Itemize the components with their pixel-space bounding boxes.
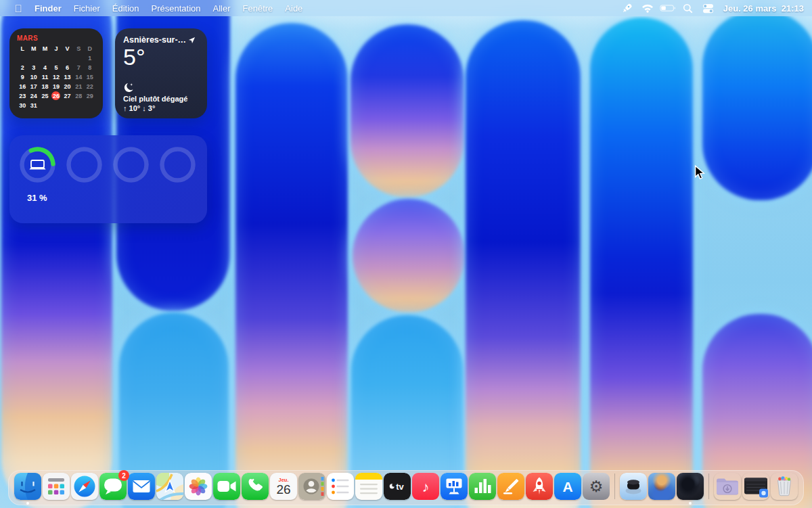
- calendar-day: 10: [28, 72, 40, 81]
- dock-calendar[interactable]: Jeu.26: [270, 473, 297, 500]
- notification-badge: 2: [118, 470, 129, 481]
- clock-time: 21:13: [782, 3, 804, 14]
- dock-contacts[interactable]: [298, 473, 325, 500]
- calendar-day: 25: [39, 91, 51, 100]
- app-menus: FinderFichierÉditionPrésentationAllerFen…: [28, 3, 309, 14]
- calendar-day: 30: [17, 101, 28, 110]
- calendar-day: 3: [28, 63, 40, 72]
- menu-aller[interactable]: Aller: [207, 3, 237, 14]
- calendar-day: [17, 53, 28, 62]
- dock-app-store[interactable]: A: [554, 473, 581, 500]
- apple-menu-icon[interactable]: : [8, 3, 28, 14]
- dock-music[interactable]: ♪: [412, 473, 439, 500]
- spotlight-icon[interactable]: [680, 2, 696, 14]
- dock-tv[interactable]: tv: [384, 473, 411, 500]
- menu-finder[interactable]: Finder: [28, 3, 68, 14]
- calendar-day: 9: [17, 72, 28, 81]
- calendar-day: 29: [84, 91, 95, 100]
- svg-text:tv: tv: [396, 482, 404, 492]
- calendar-day: [73, 101, 85, 110]
- battery-ring-empty: [66, 146, 103, 183]
- calendar-day: 4: [39, 63, 51, 72]
- menu-bar-left:  FinderFichierÉditionPrésentationAllerF…: [0, 3, 309, 14]
- wallpaper-capsule: [702, 9, 812, 200]
- calendar-day: 17: [28, 82, 40, 91]
- dock-numbers[interactable]: [469, 473, 496, 500]
- calendar-day-header: D: [84, 44, 95, 53]
- dock-launchpad[interactable]: [43, 473, 70, 500]
- menu-bar:  FinderFichierÉditionPrésentationAllerF…: [0, 0, 812, 16]
- dock-pages[interactable]: [497, 473, 524, 500]
- dock-facetime[interactable]: [213, 473, 240, 500]
- menu-édition[interactable]: Édition: [106, 3, 145, 14]
- dock-trash[interactable]: [771, 473, 798, 500]
- moon-icon: [123, 83, 134, 93]
- dock-maps[interactable]: [156, 473, 183, 500]
- dock-settings[interactable]: ⚙: [583, 473, 610, 500]
- dock: 2Jeu.26tv♪A⚙: [8, 470, 804, 505]
- dock-game-colorful[interactable]: [648, 473, 675, 500]
- menu-fenêtre[interactable]: Fenêtre: [237, 3, 279, 14]
- calendar-day: 14: [73, 72, 85, 81]
- weather-widget[interactable]: Asnières-sur-… 5° Ciel plutôt dégagé ↑ 1…: [115, 28, 207, 118]
- running-indicator: [689, 502, 692, 505]
- calendar-day-header: M: [39, 44, 51, 53]
- menu-bar-right: Jeu. 26 mars 21:13: [619, 2, 812, 14]
- calendar-day: 18: [39, 82, 51, 91]
- calendar-day: 24: [28, 91, 40, 100]
- battery-icon[interactable]: [660, 2, 676, 14]
- menu-bar-clock[interactable]: Jeu. 26 mars 21:13: [723, 3, 804, 14]
- dock-finder[interactable]: [14, 473, 41, 500]
- weather-condition: Ciel plutôt dégagé: [123, 95, 199, 103]
- calendar-month-label: MARS: [17, 34, 95, 42]
- dock-divider: [708, 474, 709, 499]
- calendar-day: 27: [62, 91, 73, 100]
- battery-ring-empty: [159, 146, 196, 183]
- dock-rocket-app[interactable]: [526, 473, 553, 500]
- calendar-day: 22: [84, 82, 95, 91]
- wallpaper-capsule: [466, 20, 581, 508]
- dock-reminders[interactable]: [327, 473, 354, 500]
- dock-safari[interactable]: [71, 473, 98, 500]
- calendar-day-header: L: [17, 44, 28, 53]
- dock-messages[interactable]: 2: [99, 473, 127, 500]
- menu-aide[interactable]: Aide: [279, 3, 309, 14]
- calendar-day: 12: [51, 72, 62, 81]
- calendar-day: 21: [73, 82, 85, 91]
- batteries-widget[interactable]: 31 %: [9, 135, 207, 223]
- battery-ring-empty: [112, 146, 150, 183]
- dock-mail[interactable]: [128, 473, 155, 500]
- menu-fichier[interactable]: Fichier: [68, 3, 106, 14]
- wifi-icon[interactable]: [639, 2, 656, 14]
- wallpaper-capsule: [351, 24, 464, 198]
- dock-photos[interactable]: [185, 473, 212, 500]
- calendar-day: 8: [84, 63, 95, 72]
- calendar-day: 31: [28, 101, 40, 110]
- calendar-widget[interactable]: MARS LMMJVSD1234567891011121314151617181…: [9, 28, 103, 118]
- dock-game-dark[interactable]: [677, 473, 704, 500]
- calendar-day: 11: [39, 72, 51, 81]
- calendar-day: 26: [51, 91, 62, 100]
- dock-notes[interactable]: [355, 473, 382, 500]
- dock-game-puck[interactable]: [620, 473, 647, 500]
- menu-présentation[interactable]: Présentation: [145, 3, 207, 14]
- dock-downloads-folder[interactable]: [714, 473, 741, 500]
- dock-divider: [614, 474, 615, 499]
- weather-high-low: ↑ 10° ↓ 3°: [123, 104, 199, 112]
- dock-minimized-window[interactable]: [742, 473, 769, 500]
- wallpaper-capsule: [235, 23, 348, 508]
- dock-phone[interactable]: [242, 473, 269, 500]
- calendar-day-header: S: [73, 44, 85, 53]
- calendar-grid: LMMJVSD123456789101112131415161718192021…: [17, 44, 95, 110]
- dock-keynote[interactable]: [441, 473, 468, 500]
- calendar-day: [62, 53, 73, 62]
- control-center-icon[interactable]: [700, 2, 717, 14]
- rocket-icon[interactable]: [619, 2, 635, 14]
- calendar-day: 1: [84, 53, 95, 62]
- clock-date: Jeu. 26 mars: [723, 3, 777, 14]
- mouse-cursor: [694, 165, 705, 180]
- calendar-day: 5: [51, 63, 62, 72]
- calendar-day: 20: [62, 82, 73, 91]
- calendar-day: 23: [17, 91, 28, 100]
- weather-temperature: 5°: [123, 45, 199, 70]
